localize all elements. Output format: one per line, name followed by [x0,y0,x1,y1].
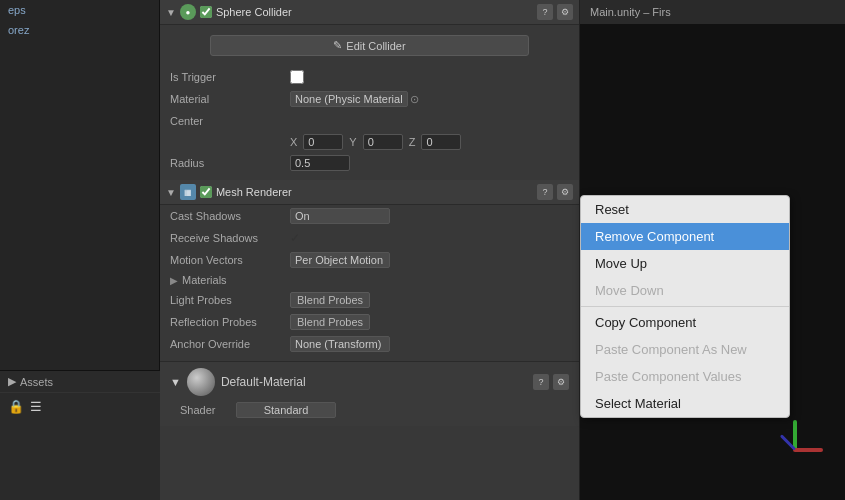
z-label: Z [409,136,416,148]
shader-label: Shader [180,404,230,416]
reflection-probes-dropdown[interactable]: Blend Probes [290,314,370,330]
motion-vectors-dropdown[interactable]: Per Object Motion [290,252,390,268]
is-trigger-row: Is Trigger [160,66,579,88]
mesh-renderer-header: ▼ ▦ Mesh Renderer ? ⚙ [160,180,579,205]
sphere-collider-checkbox[interactable] [200,6,212,18]
shader-row: Shader Standard [170,400,569,420]
assets-header: ▶ Assets [0,371,160,393]
radius-row: Radius [160,152,579,174]
edit-collider-icon: ✎ [333,39,342,52]
radius-input[interactable] [290,155,350,171]
left-sidebar: eps orez ▶ Assets 🔒 ☰ [0,0,160,500]
materials-row: ▶ Materials [160,271,579,289]
mesh-renderer-icon: ▦ [180,184,196,200]
anchor-override-label: Anchor Override [170,338,290,350]
materials-expand-arrow[interactable]: ▶ [170,275,178,286]
material-sphere-preview [187,368,215,396]
menu-separator [581,306,789,307]
center-row: Center [160,110,579,132]
menu-item-move-up[interactable]: Move Up [581,250,789,277]
material-settings-btn[interactable]: ⚙ [553,374,569,390]
sphere-collider-arrow[interactable]: ▼ [166,7,176,18]
materials-label: Materials [182,274,302,286]
lock-icon: 🔒 [8,399,24,414]
sidebar-item-eps[interactable]: eps [0,0,159,20]
sphere-collider-settings-btn[interactable]: ⚙ [557,4,573,20]
mesh-renderer-settings-btn[interactable]: ⚙ [557,184,573,200]
light-probes-dropdown[interactable]: Blend Probes [290,292,370,308]
collider-material-value[interactable]: None (Physic Material [290,91,408,107]
menu-item-remove-component[interactable]: Remove Component [581,223,789,250]
light-probes-row: Light Probes Blend Probes [160,289,579,311]
receive-shadows-checkmark: ✓ [290,231,300,245]
sidebar-assets: ▶ Assets 🔒 ☰ [0,370,160,500]
receive-shadows-label: Receive Shadows [170,232,290,244]
right-panel-title: Main.unity – Firs [590,6,671,18]
y-label: Y [349,136,356,148]
is-trigger-checkbox[interactable] [290,70,304,84]
material-name: Default-Material [221,375,306,389]
sphere-collider-help-btn[interactable]: ? [537,4,553,20]
sphere-collider-actions: ? ⚙ [537,4,573,20]
inspector-panel: ▼ ● Sphere Collider ? ⚙ ✎ Edit Collider … [160,0,580,500]
edit-collider-label: Edit Collider [346,40,405,52]
mesh-renderer-arrow[interactable]: ▼ [166,187,176,198]
collider-material-row: Material None (Physic Material ⊙ [160,88,579,110]
sphere-collider-header: ▼ ● Sphere Collider ? ⚙ [160,0,579,25]
sidebar-item-orez[interactable]: orez [0,20,159,40]
right-panel-header: Main.unity – Firs [580,0,845,25]
mesh-renderer-help-btn[interactable]: ? [537,184,553,200]
material-help-btn[interactable]: ? [533,374,549,390]
assets-arrow-icon: ▶ [8,375,16,388]
x-axis [793,448,823,452]
center-x-input[interactable] [303,134,343,150]
collider-material-target-icon[interactable]: ⊙ [410,93,419,106]
light-probes-label: Light Probes [170,294,290,306]
cast-shadows-dropdown[interactable]: On [290,208,390,224]
sidebar-hierarchy: eps orez [0,0,159,370]
radius-label: Radius [170,157,290,169]
center-z-input[interactable] [421,134,461,150]
viewport-gizmo [765,420,825,480]
cast-shadows-label: Cast Shadows [170,210,290,222]
assets-toolbar: 🔒 ☰ [0,393,160,420]
shader-dropdown[interactable]: Standard [236,402,336,418]
center-label: Center [170,115,290,127]
menu-item-reset[interactable]: Reset [581,196,789,223]
mesh-renderer-checkbox[interactable] [200,186,212,198]
material-expand-arrow[interactable]: ▼ [170,376,181,388]
mesh-renderer-actions: ? ⚙ [537,184,573,200]
anchor-override-value[interactable]: None (Transform) [290,336,390,352]
collider-material-label: Material [170,93,290,105]
menu-item-copy-component[interactable]: Copy Component [581,309,789,336]
default-material-section: ▼ Default-Material ? ⚙ Shader Standard [160,361,579,426]
center-y-input[interactable] [363,134,403,150]
motion-vectors-label: Motion Vectors [170,254,290,266]
menu-item-paste-as-new: Paste Component As New [581,336,789,363]
edit-collider-button[interactable]: ✎ Edit Collider [210,35,529,56]
material-header: ▼ Default-Material ? ⚙ [170,368,569,396]
receive-shadows-row: Receive Shadows ✓ [160,227,579,249]
assets-label-text: Assets [20,376,53,388]
menu-item-move-down: Move Down [581,277,789,304]
motion-vectors-row: Motion Vectors Per Object Motion [160,249,579,271]
menu-item-paste-values: Paste Component Values [581,363,789,390]
sphere-collider-title: Sphere Collider [216,6,533,18]
reflection-probes-label: Reflection Probes [170,316,290,328]
anchor-override-row: Anchor Override None (Transform) [160,333,579,355]
x-label: X [290,136,297,148]
center-xyz-row: X Y Z [160,132,579,152]
menu-item-select-material[interactable]: Select Material [581,390,789,417]
list-icon: ☰ [30,399,42,414]
mesh-renderer-title: Mesh Renderer [216,186,533,198]
material-icons: ? ⚙ [533,374,569,390]
is-trigger-label: Is Trigger [170,71,290,83]
context-menu: Reset Remove Component Move Up Move Down… [580,195,790,418]
cast-shadows-row: Cast Shadows On [160,205,579,227]
axis-arrows [765,420,825,480]
reflection-probes-row: Reflection Probes Blend Probes [160,311,579,333]
sphere-collider-icon: ● [180,4,196,20]
